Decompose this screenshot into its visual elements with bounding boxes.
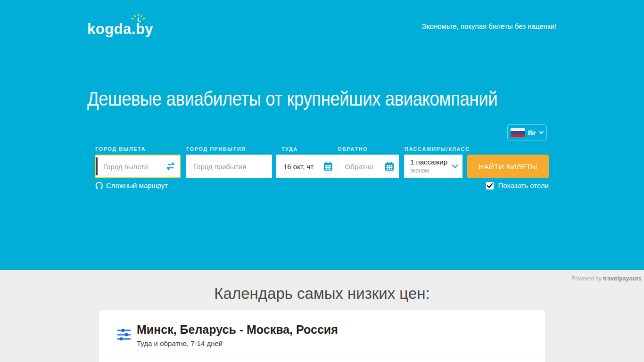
hero-section: kogda.by Экономьте, покупая билеты без н… xyxy=(0,0,644,270)
hotels-checkbox[interactable] xyxy=(486,182,494,189)
show-hotels-label: Показать отели xyxy=(498,181,549,189)
header-tagline: Экономьте, покупая билеты без наценки! xyxy=(421,22,556,30)
calendar-icon[interactable] xyxy=(385,162,394,171)
destination-field xyxy=(186,155,272,178)
chevron-down-icon xyxy=(539,131,544,134)
complex-route-link[interactable]: Сложный маршрут xyxy=(95,181,168,189)
swap-cities-button[interactable] xyxy=(165,162,176,171)
dates-field xyxy=(276,155,399,178)
search-tickets-button[interactable]: НАЙТИ БИЛЕТЫ xyxy=(467,155,549,178)
route-details: Туда и обратно, 7-14 дней xyxy=(137,339,338,347)
russia-flag-icon xyxy=(511,128,525,137)
price-calendar-card[interactable]: Минск, Беларусь - Москва, Россия Туда и … xyxy=(99,310,545,362)
currency-selector[interactable]: Br xyxy=(507,124,547,140)
destination-label: ГОРОД ПРИБЫТИЯ xyxy=(186,146,246,152)
origin-field xyxy=(95,155,181,178)
clock-icon xyxy=(129,13,148,27)
destination-input[interactable] xyxy=(186,155,272,178)
powered-by[interactable]: Powered by travelpayouts xyxy=(571,275,642,282)
chevron-down-icon xyxy=(452,165,458,169)
currency-label: Br xyxy=(528,129,536,137)
page-title: Дешевые авиабилеты от крупнейших авиаком… xyxy=(87,89,497,109)
check-icon xyxy=(487,183,493,188)
complex-route-label: Сложный маршрут xyxy=(106,181,168,189)
route-texts: Минск, Беларусь - Москва, Россия Туда и … xyxy=(137,322,338,347)
depart-date-cell xyxy=(276,155,338,178)
passengers-label: ПАССАЖИРЫ/КЛАСС xyxy=(405,146,470,152)
route-title: Минск, Беларусь - Москва, Россия xyxy=(137,323,338,337)
origin-label: ГОРОД ВЫЛЕТА xyxy=(95,146,146,152)
passengers-count: 1 пассажир xyxy=(410,158,451,166)
swap-icon xyxy=(165,162,176,171)
powered-by-text: Powered by xyxy=(571,275,603,282)
return-date-cell xyxy=(338,155,399,178)
calendar-section-title: Календарь самых низких цен: xyxy=(0,285,644,303)
travelpayouts-brand: travelpayouts xyxy=(603,275,642,282)
calendar-icon[interactable] xyxy=(323,162,333,171)
text-caret xyxy=(96,157,98,175)
logo[interactable]: kogda.by xyxy=(87,21,153,38)
return-date-label: ОБРАТНО xyxy=(338,146,368,152)
cabin-class: эконом xyxy=(410,167,451,174)
passengers-selector[interactable]: 1 пассажир эконом xyxy=(404,155,462,178)
sliders-icon xyxy=(117,327,131,342)
complex-route-icon xyxy=(95,181,103,189)
lower-section: Powered by travelpayouts Календарь самых… xyxy=(0,270,644,362)
show-hotels-toggle[interactable]: Показать отели xyxy=(486,181,549,189)
route-header-row: Минск, Беларусь - Москва, Россия Туда и … xyxy=(99,310,545,359)
depart-date-label: ТУДА xyxy=(281,146,298,152)
